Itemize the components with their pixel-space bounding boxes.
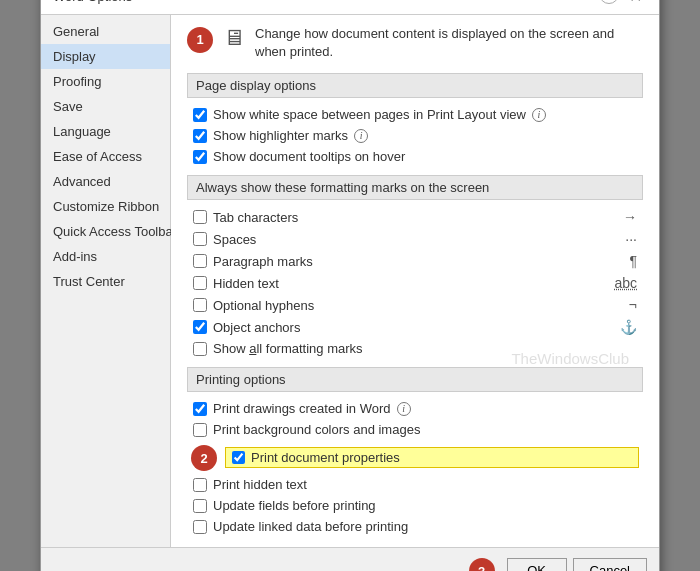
option-label-print-doc-props: Print document properties [251, 450, 400, 465]
checkbox-hidden-text[interactable] [193, 276, 207, 290]
sidebar-item-general[interactable]: General [41, 19, 170, 44]
checkbox-update-fields[interactable] [193, 499, 207, 513]
option-row-optional-hyphens: Optional hyphens ¬ [187, 294, 643, 316]
option-row-para-marks: Paragraph marks ¶ [187, 250, 643, 272]
title-bar-left: Word Options [53, 0, 132, 4]
badge-1: 1 [187, 27, 213, 53]
sidebar-item-add-ins[interactable]: Add-ins [41, 244, 170, 269]
option-label-para-marks: Paragraph marks [213, 254, 313, 269]
checkbox-para-marks[interactable] [193, 254, 207, 268]
sidebar-item-customize-ribbon[interactable]: Customize Ribbon [41, 194, 170, 219]
option-label-object-anchors: Object anchors [213, 320, 300, 335]
checkbox-highlighter[interactable] [193, 129, 207, 143]
badge-2: 2 [191, 445, 217, 471]
sidebar-item-ease-of-access[interactable]: Ease of Access [41, 144, 170, 169]
header-row: 1 🖥 Change how document content is displ… [187, 25, 643, 61]
sidebar-item-trust-center[interactable]: Trust Center [41, 269, 170, 294]
title-bar: Word Options ? ✕ [41, 0, 659, 15]
close-button[interactable]: ✕ [623, 0, 647, 8]
checkbox-tooltips[interactable] [193, 150, 207, 164]
checkbox-object-anchors[interactable] [193, 320, 207, 334]
option-label-tooltips: Show document tooltips on hover [213, 149, 405, 164]
option-label-update-linked: Update linked data before printing [213, 519, 408, 534]
sidebar-item-display[interactable]: Display [41, 44, 170, 69]
word-options-dialog: Word Options ? ✕ General Display Proofin… [40, 0, 660, 571]
option-label-spaces: Spaces [213, 232, 256, 247]
option-label-update-fields: Update fields before printing [213, 498, 376, 513]
sidebar-item-save[interactable]: Save [41, 94, 170, 119]
option-row-print-bg: Print background colors and images [187, 419, 643, 440]
symbol-hidden-text: abc [607, 275, 637, 291]
checkbox-spaces[interactable] [193, 232, 207, 246]
checkbox-white-space[interactable] [193, 108, 207, 122]
option-row-tooltips: Show document tooltips on hover [187, 146, 643, 167]
checkbox-print-hidden[interactable] [193, 478, 207, 492]
sidebar: General Display Proofing Save Language E… [41, 15, 171, 547]
option-row-white-space: Show white space between pages in Print … [187, 104, 643, 125]
option-label-optional-hyphens: Optional hyphens [213, 298, 314, 313]
option-row-update-linked: Update linked data before printing [187, 516, 643, 537]
option-row-tab-chars: Tab characters → [187, 206, 643, 228]
info-icon-white-space[interactable]: i [532, 108, 546, 122]
option-label-print-bg: Print background colors and images [213, 422, 420, 437]
symbol-para-marks: ¶ [607, 253, 637, 269]
symbol-object-anchors: ⚓ [607, 319, 637, 335]
option-row-hidden-text: Hidden text abc [187, 272, 643, 294]
option-label-print-hidden: Print hidden text [213, 477, 307, 492]
option-row-highlighter: Show highlighter marks i [187, 125, 643, 146]
title-bar-controls: ? ✕ [599, 0, 647, 8]
sidebar-item-language[interactable]: Language [41, 119, 170, 144]
option-row-print-hidden: Print hidden text [187, 474, 643, 495]
checkbox-show-all[interactable] [193, 342, 207, 356]
option-row-print-drawings: Print drawings created in Word i [187, 398, 643, 419]
symbol-optional-hyphens: ¬ [607, 297, 637, 313]
checkbox-tab-chars[interactable] [193, 210, 207, 224]
sidebar-item-proofing[interactable]: Proofing [41, 69, 170, 94]
ok-button[interactable]: OK [507, 558, 567, 571]
symbol-spaces: ··· [607, 231, 637, 247]
option-row-show-all: Show all formatting marks [187, 338, 643, 359]
option-label-white-space: Show white space between pages in Print … [213, 107, 526, 122]
option-label-highlighter: Show highlighter marks [213, 128, 348, 143]
checkbox-update-linked[interactable] [193, 520, 207, 534]
option-row-print-doc-props: Print document properties [225, 447, 639, 468]
cancel-button[interactable]: Cancel [573, 558, 647, 571]
info-icon-print-drawings[interactable]: i [397, 402, 411, 416]
sidebar-item-quick-access-toolbar[interactable]: Quick Access Toolbar [41, 219, 170, 244]
badge-3: 3 [469, 558, 495, 571]
checkbox-print-doc-props[interactable] [232, 451, 245, 464]
option-row-object-anchors: Object anchors ⚓ [187, 316, 643, 338]
footer: 3 OK Cancel [41, 547, 659, 571]
option-label-hidden-text: Hidden text [213, 276, 279, 291]
help-button[interactable]: ? [599, 0, 619, 4]
dialog-body: General Display Proofing Save Language E… [41, 15, 659, 547]
dialog-title: Word Options [53, 0, 132, 4]
option-label-print-drawings: Print drawings created in Word [213, 401, 391, 416]
checkbox-print-drawings[interactable] [193, 402, 207, 416]
header-description: Change how document content is displayed… [255, 25, 643, 61]
symbol-tab-chars: → [607, 209, 637, 225]
badge-2-row: 2 Print document properties [187, 440, 643, 474]
page-display-section-header: Page display options [187, 73, 643, 98]
sidebar-item-advanced[interactable]: Advanced [41, 169, 170, 194]
display-icon: 🖥 [223, 25, 245, 51]
option-label-tab-chars: Tab characters [213, 210, 298, 225]
formatting-marks-section-header: Always show these formatting marks on th… [187, 175, 643, 200]
option-row-update-fields: Update fields before printing [187, 495, 643, 516]
option-label-show-all: Show all formatting marks [213, 341, 363, 356]
option-row-spaces: Spaces ··· [187, 228, 643, 250]
checkbox-print-bg[interactable] [193, 423, 207, 437]
checkbox-optional-hyphens[interactable] [193, 298, 207, 312]
info-icon-highlighter[interactable]: i [354, 129, 368, 143]
main-content: 1 🖥 Change how document content is displ… [171, 15, 659, 547]
printing-section-header: Printing options [187, 367, 643, 392]
